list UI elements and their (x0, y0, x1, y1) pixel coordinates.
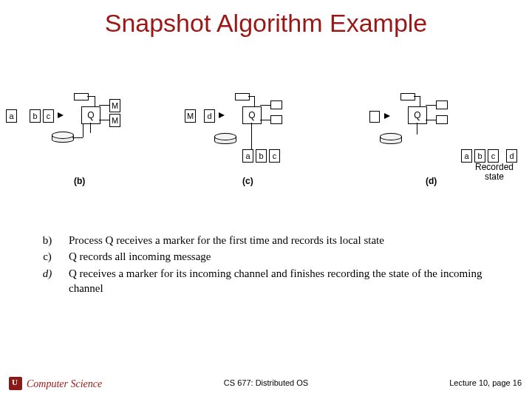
step-c-text: Q records all incoming message (69, 249, 211, 264)
footer-right: Lecture 10, page 16 (449, 378, 522, 387)
step-b-label: b) (26, 233, 69, 248)
step-d-row: d) Q receives a marker for its incoming … (26, 266, 514, 296)
storage-icon-b (52, 132, 72, 145)
in-queue-d (400, 93, 415, 100)
caption-d: (d) (426, 176, 437, 186)
step-descriptions: b) Process Q receives a marker for the f… (26, 233, 514, 297)
in-queue-c (235, 93, 250, 100)
state-b-c: b (256, 149, 267, 163)
state-a-c: a (242, 149, 253, 163)
state-c-c: c (269, 149, 280, 163)
step-b-row: b) Process Q receives a marker for the f… (26, 233, 514, 248)
in-queue-b (74, 93, 89, 100)
empty-box-d (369, 111, 380, 123)
caption-b: (b) (74, 176, 85, 186)
state-a-d: a (461, 149, 472, 163)
box-b: b (30, 109, 41, 123)
box-a: a (6, 109, 17, 123)
storage-icon-d (380, 133, 400, 146)
process-q-d: Q (408, 106, 427, 124)
subfig-c: M d Q a b c (c) (171, 89, 335, 207)
out-queue-d2 (436, 115, 448, 124)
state-b-d: b (474, 149, 485, 163)
marker-m-b2: M (109, 114, 120, 127)
slide-title: Snapshot Algorithm Example (0, 9, 532, 38)
subfig-d: Q a b c d Recorded state (d) (343, 89, 532, 207)
step-c-label: c) (26, 249, 69, 264)
process-q-b: Q (81, 106, 100, 124)
box-d-c: d (204, 109, 215, 123)
footer: U Computer Science CS 677: Distributed O… (0, 371, 532, 390)
state-d-d: d (506, 149, 517, 163)
arrow-icon (384, 113, 390, 119)
step-b-text: Process Q receives a marker for the firs… (69, 233, 384, 248)
recorded-state-label: Recorded state (468, 163, 520, 182)
caption-c: (c) (242, 176, 253, 186)
diagram-area: a b c Q M M (b) M d Q a b c (c) (0, 89, 532, 207)
box-c: c (43, 109, 54, 123)
step-c-row: c) Q records all incoming message (26, 249, 514, 264)
process-q-c: Q (242, 106, 262, 124)
out-queue-c1 (270, 100, 282, 109)
storage-icon-c (214, 133, 235, 146)
step-d-text: Q receives a marker for its incoming cha… (69, 266, 514, 296)
marker-m-b1: M (109, 99, 120, 112)
arrow-icon (58, 112, 64, 118)
step-d-label: d) (26, 266, 69, 296)
arrow-icon (219, 112, 225, 118)
state-c-d: c (488, 149, 499, 163)
subfig-b: a b c Q M M (b) (0, 89, 164, 207)
out-queue-c2 (270, 115, 282, 124)
out-queue-d1 (436, 100, 448, 109)
marker-m-c: M (185, 109, 196, 123)
